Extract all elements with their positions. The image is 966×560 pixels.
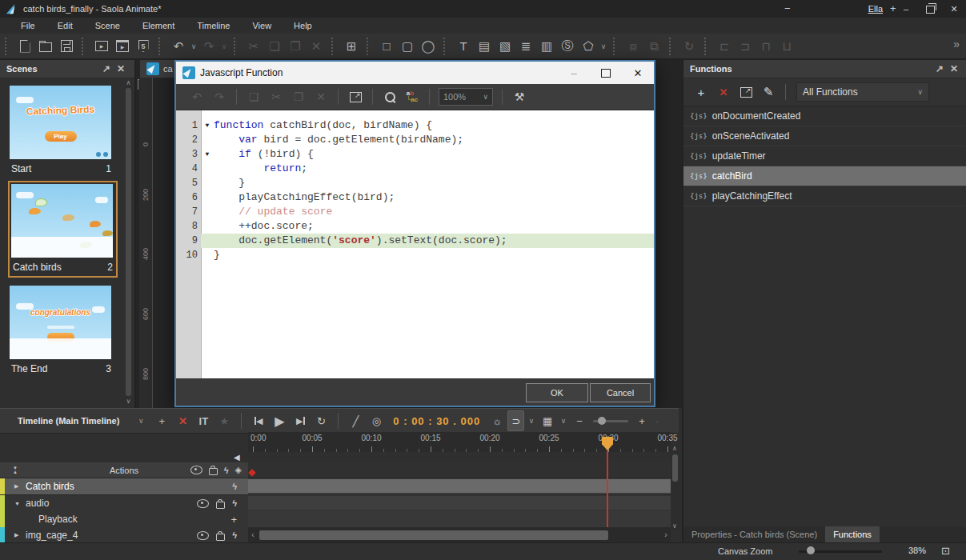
user-account-link[interactable]: Ella bbox=[868, 4, 883, 14]
timeline-grid-button[interactable]: ▦ bbox=[537, 411, 558, 430]
scenes-scrollbar[interactable]: ∧ ∨ bbox=[124, 79, 133, 405]
track-row-catch-birds[interactable]: ▶ Catch birds ϟ bbox=[0, 478, 248, 495]
scrollbar-thumb[interactable] bbox=[672, 454, 678, 482]
collapse-arrow-icon[interactable]: ▼ bbox=[14, 501, 22, 506]
dialog-title-bar[interactable]: Javascript Function – ✕ bbox=[176, 62, 654, 84]
preview-project-button[interactable]: ▶ bbox=[91, 36, 112, 57]
insert-symbol-button[interactable]: ⊞ bbox=[341, 36, 362, 57]
undo-menu-button[interactable]: ∨ bbox=[189, 36, 198, 57]
timeline-horizontal-scrollbar[interactable]: ‹ › bbox=[248, 527, 671, 542]
visibility-icon[interactable] bbox=[197, 499, 209, 508]
scrollbar-thumb[interactable] bbox=[126, 88, 131, 396]
editor-settings-button[interactable]: ⚒ bbox=[508, 86, 531, 107]
go-to-start-button[interactable]: ◀ bbox=[248, 411, 269, 430]
timeline-zoom-in-button[interactable]: + bbox=[631, 411, 652, 430]
tab-properties[interactable]: Properties - Catch birds (Scene) bbox=[683, 526, 825, 542]
canvas-zoom-out-button[interactable]: − bbox=[784, 2, 791, 14]
tab-functions[interactable]: Functions bbox=[825, 526, 880, 542]
fold-arrow-icon[interactable]: ▼ bbox=[201, 147, 214, 162]
scenes-close-icon[interactable]: ✕ bbox=[114, 63, 128, 74]
cancel-button[interactable]: Cancel bbox=[590, 383, 651, 402]
scroll-right-icon[interactable]: › bbox=[661, 530, 671, 539]
keyframe-column-icon[interactable]: ◈ bbox=[235, 465, 242, 475]
function-item-catchBird[interactable]: {js}catchBird bbox=[683, 166, 966, 186]
track-row-audio[interactable]: ▼ audio ϟ bbox=[0, 495, 248, 512]
open-external-editor-button[interactable]: ↗ bbox=[344, 86, 367, 107]
menu-element[interactable]: Element bbox=[131, 21, 186, 30]
toggle-all-visibility-icon[interactable] bbox=[190, 466, 202, 474]
auto-keyframe-range-button[interactable]: ◎ bbox=[366, 411, 387, 430]
scroll-down-icon[interactable]: ∨ bbox=[672, 522, 677, 530]
track-row-img-cage-4[interactable]: ▶ img_cage_4 ϟ bbox=[0, 527, 248, 544]
auto-keyframe-button[interactable]: ╱ bbox=[345, 411, 366, 430]
html-widget-button[interactable]: ▤ bbox=[474, 36, 495, 57]
code-zoom-select[interactable]: 100% ∨ bbox=[439, 88, 493, 106]
canvas-zoom-in-button[interactable]: + bbox=[890, 2, 896, 14]
edit-function-button[interactable]: ✎ bbox=[757, 82, 780, 102]
undo-button[interactable]: ↶ bbox=[168, 36, 189, 57]
insert-time-button[interactable]: IT bbox=[193, 411, 214, 430]
expand-arrow-icon[interactable]: ▶ bbox=[14, 483, 22, 490]
fit-to-window-button[interactable]: ⊡ bbox=[941, 545, 950, 557]
expand-arrow-icon[interactable]: ▶ bbox=[14, 532, 22, 538]
scroll-down-icon[interactable]: ∨ bbox=[126, 398, 131, 405]
effect-button[interactable]: ≣ bbox=[515, 36, 536, 57]
new-project-button[interactable] bbox=[14, 36, 35, 57]
scenes-popout-icon[interactable]: ↗ bbox=[99, 63, 114, 74]
scroll-left-icon[interactable]: ‹ bbox=[248, 530, 258, 539]
functions-popout-icon[interactable]: ↗ bbox=[932, 63, 947, 74]
delete-function-button[interactable]: ✕ bbox=[712, 82, 735, 102]
lock-icon[interactable] bbox=[216, 534, 225, 541]
menu-timeline[interactable]: Timeline bbox=[186, 21, 241, 30]
function-item-onSceneActivated[interactable]: {js}onSceneActivated bbox=[683, 126, 966, 146]
find-button[interactable] bbox=[379, 86, 401, 107]
open-project-button[interactable] bbox=[35, 36, 56, 57]
loop-playback-button[interactable]: ↻ bbox=[311, 411, 331, 430]
menu-help[interactable]: Help bbox=[283, 21, 323, 30]
export-html5-button[interactable]: 5 bbox=[133, 36, 154, 57]
shape-menu-button[interactable]: ∨ bbox=[599, 36, 608, 57]
lock-icon[interactable] bbox=[216, 502, 225, 509]
menu-scene[interactable]: Scene bbox=[84, 21, 131, 30]
add-function-button[interactable]: + bbox=[690, 82, 712, 102]
document-tab[interactable]: ca bbox=[140, 60, 179, 78]
add-keyframe-icon[interactable]: + bbox=[230, 514, 237, 526]
canvas-zoom-thumb[interactable] bbox=[807, 546, 815, 554]
close-button[interactable]: ✕ bbox=[942, 0, 966, 18]
symbol-button[interactable]: Ⓢ bbox=[557, 36, 578, 57]
rectangle-tool-button[interactable]: □ bbox=[376, 36, 397, 57]
replace-button[interactable]: ab└ac bbox=[401, 86, 423, 107]
scene-card-catch-birds[interactable]: Catch birds 2 bbox=[8, 181, 118, 278]
snapping-toggle[interactable]: ⊃ bbox=[507, 410, 524, 431]
dialog-minimize-button[interactable]: – bbox=[558, 62, 590, 84]
grid-menu-chevron[interactable]: ∨ bbox=[558, 411, 569, 430]
dialog-maximize-button[interactable] bbox=[590, 62, 622, 84]
scrollbar-thumb[interactable] bbox=[259, 530, 608, 540]
video-button[interactable]: ▥ bbox=[536, 36, 557, 57]
function-filter-select[interactable]: All Functions ∨ bbox=[796, 82, 929, 102]
dialog-close-button[interactable]: ✕ bbox=[622, 62, 654, 84]
preview-scene-button[interactable]: ▶ bbox=[112, 36, 133, 57]
toolbar-overflow-button[interactable]: » bbox=[953, 38, 960, 50]
highlight-button[interactable]: ☼ bbox=[487, 411, 507, 430]
fold-arrow-icon[interactable]: ▼ bbox=[201, 118, 214, 133]
snapping-menu-chevron[interactable]: ∨ bbox=[526, 411, 537, 430]
timeline-vertical-scrollbar[interactable]: ∧ ∨ bbox=[671, 445, 679, 530]
open-function-external-button[interactable]: ↗ bbox=[735, 82, 757, 102]
save-project-button[interactable] bbox=[56, 36, 77, 57]
animation-icon[interactable]: ϟ bbox=[232, 530, 237, 540]
rounded-rectangle-tool-button[interactable]: ▢ bbox=[397, 36, 418, 57]
toggle-all-lock-icon[interactable] bbox=[209, 468, 218, 475]
scroll-up-icon[interactable]: ∧ bbox=[672, 445, 677, 452]
restore-button[interactable] bbox=[918, 0, 942, 18]
image-button[interactable]: ▧ bbox=[495, 36, 515, 57]
add-timeline-button[interactable]: + bbox=[151, 411, 172, 430]
visibility-icon[interactable] bbox=[197, 531, 209, 540]
menu-edit[interactable]: Edit bbox=[46, 21, 84, 30]
timeline-zoom-out-button[interactable]: − bbox=[569, 411, 590, 430]
collapse-marker-icon[interactable]: ◀ bbox=[234, 453, 240, 462]
menu-view[interactable]: View bbox=[241, 21, 283, 30]
function-item-onDocumentCreated[interactable]: {js}onDocumentCreated bbox=[683, 106, 966, 126]
minimize-button[interactable]: – bbox=[894, 0, 918, 18]
delete-timeline-button[interactable]: ✕ bbox=[172, 411, 193, 430]
